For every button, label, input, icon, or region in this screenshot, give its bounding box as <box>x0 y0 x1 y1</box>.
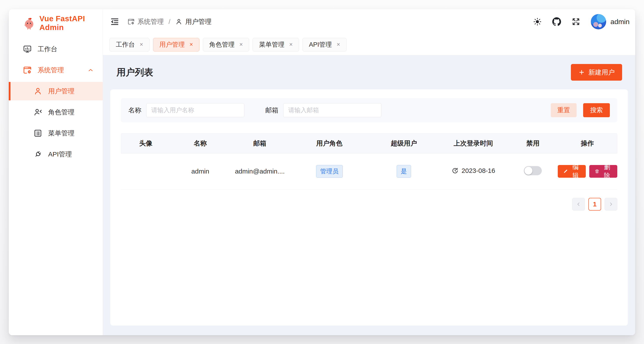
toggle-knob <box>524 167 532 175</box>
page-header: 用户列表 新建用户 <box>110 55 628 89</box>
sidebar-item-users[interactable]: 用户管理 <box>9 82 103 100</box>
col-email: 邮箱 <box>230 133 290 153</box>
avatar <box>591 14 606 29</box>
col-superuser: 超级用户 <box>369 133 439 153</box>
tabbar: 工作台 × 用户管理 × 角色管理 × 菜单管理 × API管理 × <box>103 34 635 55</box>
plug-icon <box>33 150 42 159</box>
tab-roles[interactable]: 角色管理 × <box>203 38 249 52</box>
cell-superuser: 是 <box>369 153 439 190</box>
plus-icon <box>578 69 585 76</box>
username: admin <box>610 18 630 26</box>
cell-role: 管理员 <box>290 153 369 190</box>
cell-name: admin <box>170 153 230 190</box>
topbar: 系统管理 / 用户管理 <box>103 9 635 34</box>
close-icon[interactable]: × <box>289 42 293 48</box>
delete-label: 删除 <box>602 163 612 180</box>
sidebar-item-label: 用户管理 <box>48 87 74 96</box>
cell-avatar <box>121 153 170 190</box>
last-login-value: 2023-08-16 <box>462 167 495 174</box>
system-gear-icon <box>128 18 135 26</box>
page-title: 用户列表 <box>116 66 153 79</box>
topbar-actions: admin <box>533 14 630 29</box>
reset-button[interactable]: 重置 <box>551 103 576 117</box>
logo[interactable]: Vue FastAPI Admin <box>9 9 103 31</box>
sidebar-collapse-icon[interactable] <box>110 17 120 27</box>
close-icon[interactable]: × <box>337 42 340 48</box>
chevron-up-icon <box>87 67 94 73</box>
close-icon[interactable]: × <box>240 42 243 48</box>
tab-users[interactable]: 用户管理 × <box>153 38 200 52</box>
sidebar-item-roles[interactable]: 角色管理 <box>9 103 103 121</box>
sidebar-item-workbench[interactable]: 工作台 <box>9 40 103 58</box>
content-area: 用户列表 新建用户 名称 邮箱 重置 搜索 <box>103 55 635 335</box>
email-filter-input[interactable] <box>283 103 381 117</box>
close-icon[interactable]: × <box>190 42 193 48</box>
user-icon <box>175 18 182 26</box>
tab-workbench[interactable]: 工作台 × <box>110 38 150 52</box>
page-number-1[interactable]: 1 <box>588 198 601 211</box>
sidebar-item-system[interactable]: 系统管理 <box>9 61 103 79</box>
add-user-label: 新建用户 <box>588 68 615 77</box>
tab-menus[interactable]: 菜单管理 × <box>252 38 299 52</box>
user-table: 头像 名称 邮箱 用户角色 超级用户 上次登录时间 禁用 操作 <box>121 133 617 190</box>
user-list-card: 名称 邮箱 重置 搜索 头像 名称 邮箱 用户角色 <box>110 89 628 325</box>
breadcrumb-parent[interactable]: 系统管理 <box>128 17 164 26</box>
table-row: admin admin@admin.... 管理员 是 <box>121 153 617 190</box>
sidebar-item-label: 菜单管理 <box>48 129 74 138</box>
col-actions: 操作 <box>558 133 617 153</box>
user-menu[interactable]: admin <box>591 14 630 29</box>
cell-last-login: 2023-08-16 <box>439 153 508 190</box>
col-avatar: 头像 <box>121 133 170 153</box>
sidebar-item-label: 工作台 <box>38 45 57 54</box>
menu-list-icon <box>33 129 42 138</box>
sidebar-item-label: API管理 <box>48 150 72 159</box>
chevron-right-icon <box>608 201 614 207</box>
app-title: Vue FastAPI Admin <box>40 14 103 32</box>
role-icon <box>33 108 42 117</box>
sidebar-item-label: 系统管理 <box>38 66 64 75</box>
sidebar-item-menus[interactable]: 菜单管理 <box>9 124 103 142</box>
filter-bar: 名称 邮箱 重置 搜索 <box>121 98 617 122</box>
disable-toggle[interactable] <box>524 166 542 175</box>
col-disabled: 禁用 <box>508 133 558 153</box>
breadcrumb: 系统管理 / 用户管理 <box>128 17 212 26</box>
col-last-login: 上次登录时间 <box>439 133 508 153</box>
superuser-tag: 是 <box>397 165 411 178</box>
clock-history-icon <box>452 167 458 174</box>
close-icon[interactable]: × <box>140 42 143 48</box>
edit-button[interactable]: 编辑 <box>558 165 586 178</box>
edit-label: 编辑 <box>571 163 580 180</box>
github-icon[interactable] <box>552 17 561 26</box>
user-icon <box>33 87 42 96</box>
search-button[interactable]: 搜索 <box>583 103 610 117</box>
sidebar: Vue FastAPI Admin 工作台 系统管理 <box>9 9 103 335</box>
breadcrumb-parent-label: 系统管理 <box>138 17 164 26</box>
monitor-icon <box>23 45 32 54</box>
delete-button[interactable]: 删除 <box>589 165 617 178</box>
fullscreen-icon[interactable] <box>572 17 580 26</box>
tab-api[interactable]: API管理 × <box>302 38 346 52</box>
system-gear-icon <box>23 66 32 75</box>
add-user-button[interactable]: 新建用户 <box>571 64 622 81</box>
name-filter-input[interactable] <box>146 103 244 117</box>
next-page-button[interactable] <box>604 198 617 211</box>
prev-page-button[interactable] <box>572 198 585 211</box>
table-header-row: 头像 名称 邮箱 用户角色 超级用户 上次登录时间 禁用 操作 <box>121 133 617 153</box>
role-tag: 管理员 <box>316 165 343 178</box>
main-column: 系统管理 / 用户管理 <box>103 9 635 335</box>
tab-label: API管理 <box>309 40 332 49</box>
tab-label: 菜单管理 <box>259 40 284 49</box>
col-role: 用户角色 <box>290 133 369 153</box>
tab-label: 工作台 <box>116 40 135 49</box>
tab-label: 用户管理 <box>159 40 185 49</box>
chevron-left-icon <box>576 201 582 207</box>
sidebar-item-label: 角色管理 <box>48 108 74 117</box>
app-window: Vue FastAPI Admin 工作台 系统管理 <box>9 9 635 335</box>
breadcrumb-current[interactable]: 用户管理 <box>175 17 212 26</box>
pencil-icon <box>563 168 568 174</box>
theme-sun-icon[interactable] <box>533 17 542 26</box>
col-name: 名称 <box>170 133 230 153</box>
sidebar-item-api[interactable]: API管理 <box>9 145 103 163</box>
chick-logo-icon <box>23 17 36 29</box>
pagination: 1 <box>121 198 617 211</box>
